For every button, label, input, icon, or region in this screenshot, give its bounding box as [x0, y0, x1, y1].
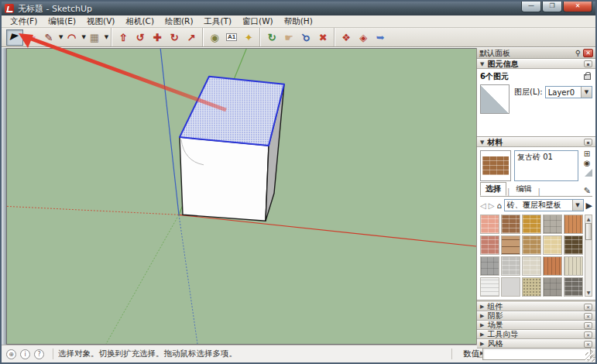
material-swatch-11[interactable]: [480, 256, 499, 276]
material-swatch-17[interactable]: [501, 277, 520, 297]
zoom-extents-tool-button[interactable]: ✖: [314, 29, 331, 46]
material-swatch-15[interactable]: [564, 256, 583, 276]
line-tool-button[interactable]: ✎: [40, 29, 57, 46]
close-button[interactable]: ✕: [563, 2, 592, 12]
entity-preview-thumbnail[interactable]: [480, 84, 510, 114]
entity-info-minimize-button[interactable]: ▪: [584, 60, 592, 67]
credits-icon[interactable]: i: [20, 349, 30, 359]
material-swatch-20[interactable]: [564, 277, 583, 297]
material-swatch-19[interactable]: [543, 277, 562, 297]
material-swatch-13[interactable]: [522, 256, 541, 276]
cube-model[interactable]: [180, 77, 284, 221]
menu-edit[interactable]: 编辑(E): [43, 15, 81, 28]
panel-shadows-close-button[interactable]: ✕: [584, 313, 592, 320]
scroll-up-icon[interactable]: ▲: [587, 215, 591, 222]
menu-file[interactable]: 文件(F): [5, 15, 43, 28]
material-swatch-5[interactable]: [564, 215, 583, 234]
scroll-down-icon[interactable]: ▼: [587, 289, 591, 296]
material-category-dropdown[interactable]: 砖、覆层和壁板 ▼: [504, 199, 584, 211]
forward-icon[interactable]: ▷: [489, 201, 495, 210]
menu-draw[interactable]: 绘图(R): [160, 15, 199, 28]
active-material-preview[interactable]: [480, 150, 511, 181]
menu-camera[interactable]: 相机(C): [120, 15, 160, 28]
materials-minimize-button[interactable]: ▪: [584, 139, 592, 146]
text-tool-icon: A1: [226, 33, 237, 41]
share-model-button[interactable]: ◈: [355, 29, 372, 46]
red-axis-negative: [7, 206, 179, 215]
materials-nav: ◁ ▷ ⌂ 砖、覆层和壁板 ▼ ▶: [480, 197, 592, 214]
material-swatch-6[interactable]: [480, 235, 499, 255]
model-viewport[interactable]: [6, 48, 476, 345]
layer-dropdown[interactable]: Layer0 ▼: [545, 86, 592, 98]
pan-tool-icon: ☛: [284, 33, 293, 43]
set-default-material-icon[interactable]: ◉: [584, 160, 591, 167]
measurements-input[interactable]: [482, 348, 591, 360]
scale-tool-button[interactable]: ↗: [183, 29, 200, 46]
material-swatch-1[interactable]: [480, 215, 499, 234]
panel-scenes-close-button[interactable]: ✕: [584, 322, 592, 329]
material-swatch-8[interactable]: [522, 235, 541, 255]
material-name-field[interactable]: 复古砖 01: [514, 150, 578, 181]
eyedropper-icon[interactable]: ✎: [584, 186, 592, 196]
material-swatch-2[interactable]: [501, 215, 520, 234]
minimize-button[interactable]: —: [521, 2, 541, 12]
resize-grip[interactable]: [585, 352, 595, 362]
panel-styles-close-button[interactable]: ✕: [584, 341, 592, 348]
tab-edit[interactable]: 编辑: [510, 182, 537, 196]
material-swatch-4[interactable]: [543, 215, 562, 234]
rectangle-tool-dropdown-icon[interactable]: ▼: [105, 34, 108, 40]
create-material-icon[interactable]: ⊞: [584, 150, 590, 158]
status-hint: 选择对象。切换到扩充选择。拖动鼠标选择多项。: [58, 349, 447, 359]
material-swatch-12[interactable]: [501, 256, 520, 276]
move-tool-button[interactable]: ✚: [149, 29, 166, 46]
tape-measure-tool-button[interactable]: ◉: [206, 29, 223, 46]
material-swatch-16[interactable]: [480, 277, 499, 297]
menu-view[interactable]: 视图(V): [81, 15, 120, 28]
pan-tool-button[interactable]: ☛: [280, 29, 297, 46]
follow-me-tool-button[interactable]: ↺: [132, 29, 149, 46]
panel-components-close-button[interactable]: ✕: [584, 304, 592, 311]
arc-tool-button[interactable]: ◠: [63, 29, 80, 46]
rotate-tool-button[interactable]: ↻: [166, 29, 183, 46]
geolocation-icon[interactable]: ⊕: [6, 349, 16, 359]
eraser-tool-button[interactable]: ▰: [23, 29, 40, 46]
material-swatch-9[interactable]: [543, 235, 562, 255]
get-models-button[interactable]: ❖: [338, 29, 355, 46]
rectangle-tool-button[interactable]: ▦: [86, 29, 103, 46]
entity-info-body: 6个图元 图层(L): Layer0 ▼: [477, 69, 595, 137]
text-tool-button[interactable]: A1: [223, 29, 240, 46]
push-pull-tool-button[interactable]: ⇧: [115, 29, 132, 46]
material-swatch-7[interactable]: [501, 235, 520, 255]
sketchup-logo-icon: [5, 4, 14, 13]
tab-separator: |: [537, 187, 540, 196]
menu-help[interactable]: 帮助(H): [279, 15, 318, 28]
back-icon[interactable]: ◁: [480, 201, 486, 210]
menu-window[interactable]: 窗口(W): [237, 15, 279, 28]
zoom-tool-button[interactable]: ⚲: [297, 29, 314, 46]
material-swatch-18[interactable]: [522, 277, 541, 297]
material-swatch-14[interactable]: [543, 256, 562, 276]
panel-instructor-close-button[interactable]: ✕: [584, 331, 592, 338]
maximize-button[interactable]: ❐: [542, 2, 562, 12]
home-icon[interactable]: ⌂: [496, 201, 501, 210]
export-model-button[interactable]: ➥: [372, 29, 389, 46]
menu-tools[interactable]: 工具(T): [198, 15, 237, 28]
scrollbar-thumb[interactable]: [585, 223, 592, 240]
materials-header[interactable]: ▼ 材料 ▪: [477, 137, 595, 147]
active-material-texture: [482, 156, 509, 175]
material-swatch-3[interactable]: [522, 215, 541, 234]
paint-bucket-tool-button[interactable]: ✦: [240, 29, 257, 46]
tray-close-icon[interactable]: ✕: [583, 49, 593, 57]
lock-icon[interactable]: [584, 74, 591, 80]
detail-arrow-icon[interactable]: ▶: [586, 201, 592, 211]
material-category-value: 砖、覆层和壁板: [505, 200, 572, 211]
materials-scrollbar[interactable]: ▲ ▼: [585, 215, 592, 297]
materials-tabs: 选择 | 编辑 | ✎: [480, 184, 592, 197]
tab-select[interactable]: 选择: [480, 182, 506, 196]
pin-icon[interactable]: ⚲: [575, 49, 581, 57]
entity-info-header[interactable]: ▼ 图元信息 ▪: [477, 59, 595, 69]
orbit-tool-button[interactable]: ↻: [263, 29, 280, 46]
select-tool-button[interactable]: ◤: [6, 29, 23, 46]
material-swatch-10[interactable]: [564, 235, 583, 255]
help-icon[interactable]: ?: [34, 349, 44, 359]
